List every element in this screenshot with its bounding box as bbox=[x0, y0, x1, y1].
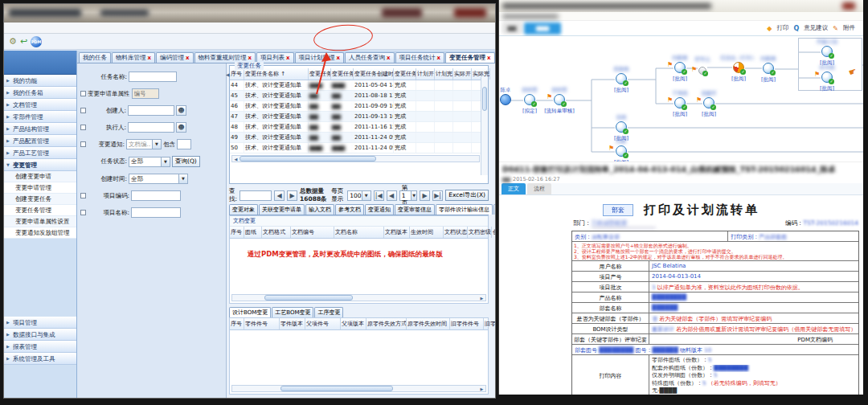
flow-node-升版计划[interactable]: 升版计划✓[批阅] bbox=[803, 39, 851, 66]
tab-close-icon[interactable]: x bbox=[487, 55, 491, 61]
next-page-button[interactable]: ▶ bbox=[420, 190, 430, 201]
attr-input[interactable] bbox=[132, 88, 159, 99]
column-header-文档版本[interactable]: 文档版本 bbox=[384, 227, 410, 238]
content-tab-流程[interactable]: 流程 bbox=[527, 183, 551, 194]
right-window-titlebar[interactable] bbox=[499, 0, 863, 12]
sidebar-item-变更管理[interactable]: ▼变更管理 bbox=[4, 159, 76, 171]
doc-tab-变更对象[interactable]: 变更对象 bbox=[229, 204, 258, 215]
sidebar-item-我的任务箱[interactable]: ▶我的任务箱 bbox=[4, 87, 76, 99]
sidebar-subitem-变更申请单属性设置[interactable]: 变更申请单属性设置 bbox=[4, 216, 76, 227]
sidebar-header-panel[interactable] bbox=[4, 51, 76, 75]
doc-tab-工艺BOM变更相关输出文档[interactable]: 工艺BOM变更相关输出文档 bbox=[493, 204, 496, 215]
scroll-right-icon[interactable]: ▶ bbox=[478, 296, 485, 301]
sidebar-item-项目管理[interactable]: ▶项目管理 bbox=[4, 317, 76, 329]
prev-page-button[interactable]: ◀ bbox=[387, 190, 397, 201]
content-tab-正文[interactable]: 正文 bbox=[502, 183, 526, 194]
tab-项目任务统计[interactable]: 项目任务统计x bbox=[395, 52, 445, 63]
creator-checkbox[interactable] bbox=[80, 108, 86, 113]
column-header-序号[interactable]: 序号 bbox=[230, 68, 244, 80]
dept-value[interactable]: 工程成型机室 bbox=[592, 219, 656, 228]
sidebar-subitem-变更通知发放组管理[interactable]: 变更通知发放组管理 bbox=[4, 227, 76, 239]
doc-tab-零部件设计输出信息[interactable]: 零部件设计输出信息 bbox=[436, 204, 493, 215]
column-header-序号[interactable]: 序号 bbox=[230, 318, 244, 329]
executor-input[interactable] bbox=[128, 122, 174, 133]
close-button-redacted[interactable] bbox=[454, 8, 486, 18]
column-header-计划开始时间[interactable]: 计划开始时间 bbox=[416, 68, 435, 80]
doc-tab-变更通知[interactable]: 变更通知 bbox=[365, 204, 394, 215]
tab-close-icon[interactable]: x bbox=[186, 55, 190, 61]
notice-checkbox[interactable] bbox=[80, 141, 86, 147]
left-window-titlebar[interactable] bbox=[4, 4, 495, 22]
doc-tab-输入文档[interactable]: 输入文档 bbox=[305, 204, 334, 215]
column-header-零件件号[interactable]: 零件件号 bbox=[244, 318, 280, 329]
tab-close-icon[interactable]: x bbox=[437, 55, 441, 61]
table-row[interactable]: 47技术、设计变更通知单▆▆▆▆2011-09-13 10..完成 bbox=[230, 112, 488, 122]
task-vscrollbar[interactable] bbox=[481, 77, 488, 175]
flow-task-icon[interactable]: ✓⚑ bbox=[616, 145, 627, 157]
flow-task-icon[interactable]: ✓⚑ bbox=[698, 67, 706, 75]
doc-hscrollbar[interactable]: ▶ bbox=[231, 294, 486, 301]
proj-name-input[interactable] bbox=[131, 207, 181, 218]
message-tab-inactive[interactable]: ▆▆ bbox=[502, 22, 522, 34]
creator-input[interactable] bbox=[128, 105, 174, 116]
task-name-input[interactable] bbox=[129, 72, 177, 82]
table-row[interactable]: 49技术、设计变更通知单▆▆▆▆2011-11-24 09..完成 bbox=[230, 133, 488, 143]
column-header-序号[interactable]: 序号 bbox=[230, 227, 244, 238]
bom-tab-设计BOM变更[interactable]: 设计BOM变更 bbox=[229, 307, 271, 317]
flow-node-张建军[interactable]: 张建军✓⚑[批阅] bbox=[685, 91, 733, 117]
column-header-父项件号[interactable]: 父项件号 bbox=[305, 318, 341, 329]
flow-task-icon[interactable]: ✓⚑ bbox=[821, 72, 833, 83]
find-next-icon[interactable]: ▶ bbox=[287, 190, 297, 201]
flow-node-补卡图[interactable]: 补卡图✓⚑[批阅] bbox=[803, 65, 851, 92]
sidebar-subitem-变更任务管理[interactable]: 变更任务管理 bbox=[4, 205, 76, 216]
tab-close-icon[interactable]: x bbox=[248, 55, 252, 61]
proj-name-checkbox[interactable] bbox=[80, 210, 86, 215]
per-page-dropdown[interactable]: 100▼ bbox=[347, 190, 371, 201]
column-header-父项版本[interactable]: 父项版本 bbox=[341, 318, 366, 329]
chevron-down-icon[interactable]: ▼ bbox=[152, 140, 161, 149]
column-header-变更任务状态[interactable]: 变更任务状态 bbox=[394, 68, 416, 80]
sidebar-subitem-创建变更申请[interactable]: 创建变更申请 bbox=[4, 171, 76, 182]
scroll-left-icon[interactable]: ◀ bbox=[232, 157, 240, 162]
flow-task-icon[interactable]: ✓ bbox=[524, 94, 535, 105]
doc-tab-参考文档[interactable]: 参考文档 bbox=[335, 204, 364, 215]
proj-code-checkbox[interactable] bbox=[80, 193, 86, 198]
scroll-thumb[interactable] bbox=[264, 295, 353, 301]
flow-node-资料室[interactable]: 资料室✓⚑[流转单审核] bbox=[535, 88, 583, 114]
attr-checkbox[interactable] bbox=[80, 91, 86, 96]
opinion-link[interactable]: 意见建议 bbox=[804, 24, 828, 32]
table-row[interactable]: 48技术、设计变更通知单▆▆▆▆2011-11-16 15..完成 bbox=[230, 122, 488, 133]
query-button[interactable]: 查询(Q) bbox=[172, 156, 200, 167]
flow-task-icon[interactable]: ✓⚑ bbox=[703, 97, 714, 108]
sidebar-item-我的功能[interactable]: ▶我的功能 bbox=[4, 75, 76, 87]
contains-input[interactable] bbox=[177, 139, 191, 149]
table-row[interactable]: 50技术、设计变更通知单▆▆▆▆▆▆2011-11-24 09..完成 bbox=[230, 143, 488, 153]
tab-人员任务查询[interactable]: 人员任务查询x bbox=[345, 52, 395, 63]
flow-node-石春株[interactable]: 石春株✓[批阅] bbox=[597, 67, 645, 93]
attachment-link[interactable]: 附件 bbox=[843, 24, 855, 32]
column-header-变更任务名称 ↑[interactable]: 变更任务名称 ↑ bbox=[244, 68, 309, 80]
sidebar-item-零部件管理[interactable]: ▶零部件管理 bbox=[4, 111, 76, 123]
print-link[interactable]: 打印 bbox=[776, 24, 788, 32]
sidebar-item-系统管理及工具[interactable]: ▶系统管理及工具 bbox=[4, 353, 76, 365]
last-page-button[interactable]: ▶| bbox=[432, 190, 443, 201]
tab-变更任务管理[interactable]: 变更任务管理x bbox=[445, 52, 495, 63]
chevron-down-icon[interactable]: ▼ bbox=[178, 174, 187, 183]
person-picker-icon[interactable]: ☻ bbox=[176, 105, 186, 116]
scroll-thumb[interactable] bbox=[280, 386, 393, 391]
scroll-thumb[interactable] bbox=[482, 87, 487, 111]
column-header-变更任务创建时..[interactable]: 变更任务创建时.. bbox=[354, 68, 394, 80]
chevron-down-icon[interactable]: ▼ bbox=[362, 191, 371, 200]
person-picker-icon[interactable]: ☻ bbox=[176, 122, 186, 133]
flow-node-刘辉[interactable]: 刘辉✓⚑[批阅] bbox=[597, 139, 645, 162]
find-prev-icon[interactable]: ◀ bbox=[274, 190, 285, 201]
sidebar-subitem-变更申请管理[interactable]: 变更申请管理 bbox=[4, 182, 76, 194]
status-dropdown[interactable]: 全部▼ bbox=[129, 157, 170, 167]
excel-export-button[interactable]: Excel导出(X) bbox=[445, 190, 489, 201]
sidebar-item-数据接口与集成[interactable]: ▶数据接口与集成 bbox=[4, 329, 76, 341]
doc-tab-关联变更申请单[interactable]: 关联变更申请单 bbox=[259, 204, 305, 215]
sidebar-item-产品工艺管理[interactable]: ▶产品工艺管理 bbox=[4, 147, 76, 159]
executor-checkbox[interactable] bbox=[80, 125, 86, 130]
column-header-文档编号[interactable]: 文档编号 bbox=[291, 227, 334, 238]
sidebar-item-文档管理[interactable]: ▶文档管理 bbox=[4, 99, 76, 111]
